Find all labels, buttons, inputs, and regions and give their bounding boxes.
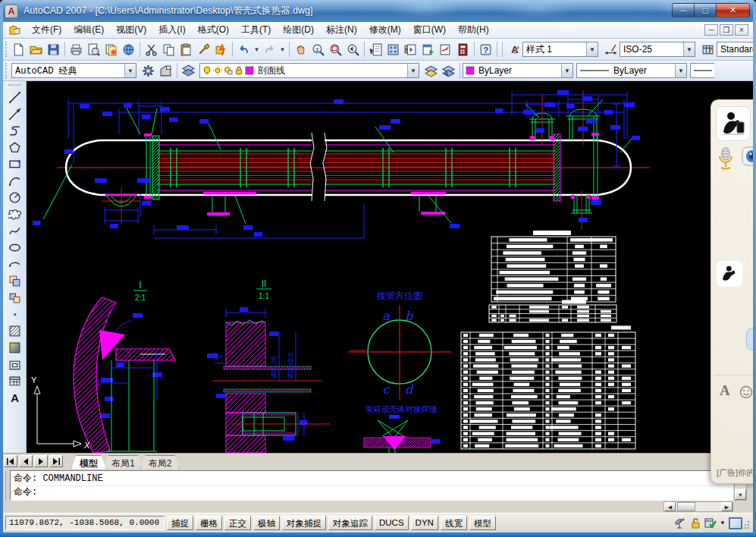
save-button[interactable] — [45, 41, 62, 58]
tab-last-button[interactable] — [49, 455, 63, 467]
line-tool[interactable] — [6, 89, 24, 105]
communication-center-icon[interactable] — [674, 517, 686, 529]
ellipse-arc-tool[interactable] — [6, 256, 24, 272]
lineweight-combo[interactable] — [690, 63, 714, 78]
tab-layout1[interactable]: 布局1 — [103, 455, 143, 469]
new-button[interactable] — [10, 41, 27, 58]
markup-button[interactable] — [437, 41, 454, 58]
tab-layout2[interactable]: 布局2 — [140, 455, 180, 469]
quickcalc-button[interactable] — [454, 41, 472, 58]
layer-previous-button[interactable] — [440, 62, 457, 80]
region-tool[interactable] — [6, 356, 24, 372]
dim-style-button[interactable] — [602, 41, 620, 58]
redo-dropdown[interactable]: ▼ — [278, 41, 287, 58]
tab-prev-button[interactable] — [19, 455, 33, 467]
menu-insert[interactable]: 插入(I) — [152, 21, 191, 39]
ellipse-tool[interactable] — [6, 239, 24, 256]
publish-button[interactable] — [102, 41, 120, 58]
menu-dimension[interactable]: 标注(N) — [320, 21, 363, 39]
zoom-realtime-button[interactable]: ± — [309, 41, 327, 58]
toggle-grid[interactable]: 栅格 — [196, 516, 222, 530]
help-button[interactable]: ? — [477, 41, 494, 58]
mdi-close-button[interactable]: × — [735, 24, 748, 36]
mtext-tool[interactable]: A — [6, 389, 24, 406]
table-style-combo[interactable]: Standard — [717, 42, 756, 57]
menu-view[interactable]: 视图(V) — [110, 21, 152, 39]
resize-grip[interactable] — [740, 521, 749, 530]
table-tool[interactable] — [6, 372, 24, 389]
toggle-ortho[interactable]: 正交 — [224, 516, 251, 530]
menu-format[interactable]: 格式(O) — [192, 21, 235, 39]
mdi-minimize-button[interactable]: ─ — [704, 24, 718, 36]
toggle-osnap[interactable]: 对象捕捉 — [282, 516, 326, 530]
layer-properties-button[interactable] — [180, 62, 197, 80]
command-input-area[interactable]: 命令: COMMANDLINE 命令: — [10, 470, 733, 501]
my-workspace-button[interactable] — [157, 62, 174, 80]
pan-button[interactable] — [292, 41, 309, 58]
menu-draw[interactable]: 绘图(D) — [277, 21, 320, 39]
sheetset-button[interactable] — [419, 41, 437, 58]
command-horizontal-scrollbar[interactable]: ◀ ▶ — [663, 501, 733, 512]
close-button[interactable]: ✕ — [716, 3, 750, 17]
presenter-avatar[interactable] — [716, 106, 751, 141]
text-style-combo[interactable]: 样式 1▼ — [522, 42, 598, 57]
arc-tool[interactable] — [6, 172, 24, 189]
zoom-window-button[interactable] — [327, 41, 344, 58]
construction-line-tool[interactable] — [6, 105, 24, 122]
command-window-grip[interactable] — [5, 471, 8, 501]
circle-tool[interactable] — [6, 189, 24, 206]
3d-dwf-button[interactable] — [120, 41, 137, 58]
workspace-settings-button[interactable] — [140, 62, 157, 80]
undo-button[interactable] — [235, 41, 253, 58]
point-tool[interactable] — [6, 306, 24, 322]
scroll-right-button[interactable]: ▶ — [721, 502, 732, 511]
polygon-tool[interactable] — [6, 139, 24, 155]
toggle-dyn[interactable]: DYN — [411, 516, 438, 530]
font-button[interactable]: A — [720, 382, 730, 399]
linetype-combo[interactable]: ByLayer▼ — [576, 63, 687, 78]
toggle-polar[interactable]: 极轴 — [253, 516, 280, 530]
zoom-previous-button[interactable] — [344, 41, 362, 58]
toggle-otrack[interactable]: 对象追踪 — [328, 516, 372, 530]
match-properties-button[interactable] — [195, 41, 212, 58]
toggle-lineweight[interactable]: 线宽 — [441, 516, 467, 530]
maximize-button[interactable]: □ — [694, 3, 716, 17]
block-editor-button[interactable] — [212, 41, 230, 58]
scroll-left-button[interactable]: ◀ — [664, 502, 676, 511]
workspace-combo[interactable]: AutoCAD 经典▼ — [11, 63, 136, 78]
polyline-tool[interactable] — [6, 122, 24, 139]
toolbar-lock-icon[interactable] — [689, 517, 701, 529]
title-bar[interactable]: A AutoCAD 2007 - [C:\Users\Administrator… — [0, 0, 756, 22]
tab-first-button[interactable] — [4, 455, 17, 467]
plot-button[interactable] — [67, 41, 85, 58]
undo-dropdown[interactable]: ▼ — [253, 41, 261, 58]
emoticon-button[interactable] — [739, 385, 753, 399]
ad-text[interactable]: [广告]你的 — [717, 467, 754, 479]
tray-dropdown-arrow[interactable]: ▼ — [720, 520, 726, 526]
menu-window[interactable]: 窗口(W) — [407, 21, 452, 39]
color-combo[interactable]: ByLayer▼ — [463, 63, 573, 78]
scroll-down-button[interactable]: ▼ — [735, 489, 746, 500]
text-style-button[interactable]: A — [505, 41, 522, 58]
make-block-tool[interactable] — [6, 289, 24, 306]
tab-next-button[interactable] — [34, 455, 48, 467]
open-button[interactable] — [27, 41, 45, 58]
coordinate-display[interactable]: 11079.8672, -1038.5068, 0.0000 — [5, 516, 165, 530]
dim-style-combo[interactable]: ISO-25▼ — [620, 42, 695, 57]
tool-palettes-button[interactable] — [402, 41, 419, 58]
microphone-icon[interactable] — [717, 147, 734, 170]
menu-edit[interactable]: 编辑(E) — [67, 21, 110, 39]
menu-tools[interactable]: 工具(T) — [235, 21, 277, 39]
paste-button[interactable] — [177, 41, 195, 58]
revcloud-tool[interactable] — [6, 206, 24, 222]
table-style-button[interactable] — [699, 41, 717, 58]
insert-block-tool[interactable] — [6, 272, 24, 289]
properties-button[interactable] — [367, 41, 384, 58]
copy-button[interactable] — [160, 41, 177, 58]
redo-button[interactable] — [261, 41, 278, 58]
rectangle-tool[interactable] — [6, 155, 24, 172]
cut-button[interactable] — [143, 41, 160, 58]
tab-model[interactable]: 模型 — [71, 455, 106, 469]
menu-help[interactable]: 帮助(H) — [452, 21, 495, 39]
plot-preview-button[interactable] — [85, 41, 102, 58]
